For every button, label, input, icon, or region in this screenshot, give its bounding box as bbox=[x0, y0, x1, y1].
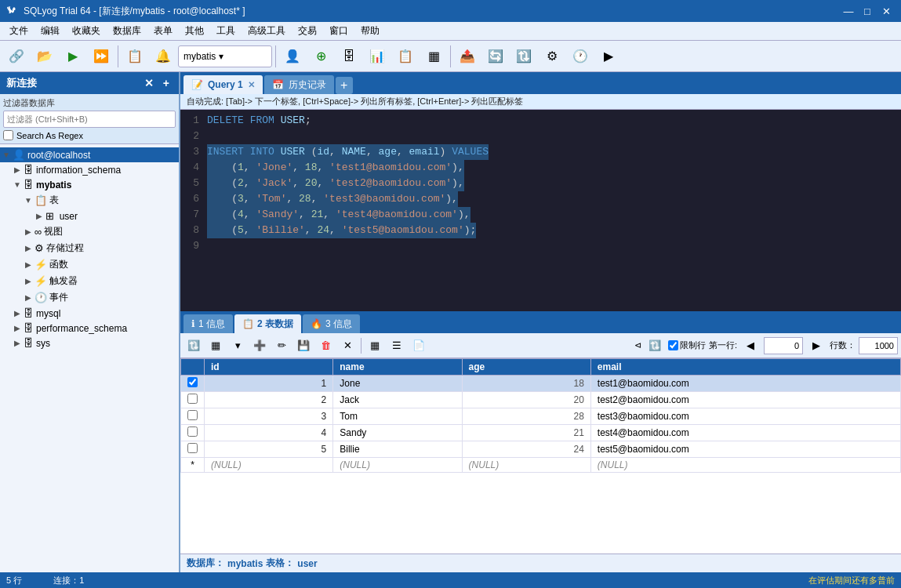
menu-items: 文件编辑收藏夹数据库表单其他工具高级工具交易窗口帮助 bbox=[3, 23, 386, 39]
table-row[interactable]: 3Tom28test3@baomidou.com bbox=[181, 408, 901, 425]
menu-item-交易[interactable]: 交易 bbox=[292, 23, 323, 39]
tree-label-triggers: 触发器 bbox=[49, 274, 78, 288]
rtb-filter-refresh-btn[interactable]: 🔃 bbox=[645, 336, 665, 355]
qtab-close-btn[interactable]: ✕ bbox=[248, 80, 255, 90]
next-page-btn[interactable]: ▶ bbox=[806, 336, 827, 355]
regex-checkbox-input[interactable] bbox=[3, 130, 13, 140]
toolbar-refresh[interactable]: 🔃 bbox=[510, 44, 537, 69]
sidebar-add-btn[interactable]: + bbox=[160, 75, 173, 91]
toolbar-grid[interactable]: ▦ bbox=[420, 44, 447, 69]
tree-node-funcs[interactable]: ▶⚡函数 bbox=[0, 256, 179, 273]
row-checkbox[interactable] bbox=[187, 426, 198, 437]
rtb-table-view-btn[interactable]: ▦ bbox=[365, 336, 385, 355]
menu-item-数据库[interactable]: 数据库 bbox=[107, 23, 147, 39]
tree-node-triggers[interactable]: ▶⚡触发器 bbox=[0, 273, 179, 289]
menu-item-文件[interactable]: 文件 bbox=[3, 23, 35, 39]
tree-node-perfschema[interactable]: ▶🗄performance_schema bbox=[0, 321, 179, 336]
rtb-limit-checkbox[interactable]: 限制行 bbox=[668, 339, 706, 351]
toolbar-run-all[interactable]: ⏩ bbox=[88, 44, 114, 69]
rtb-delete-btn[interactable]: 🗑 bbox=[315, 336, 336, 355]
table-row[interactable]: 1Jone18test1@baomidou.com bbox=[181, 376, 901, 392]
query-tab-1[interactable]: 📝 Query 1 ✕ bbox=[183, 75, 263, 94]
menu-item-编辑[interactable]: 编辑 bbox=[35, 23, 66, 39]
data-table-container: id name age email 1Jone18test1@baomidou.… bbox=[180, 358, 901, 554]
tree-node-root[interactable]: ▼👤root@localhost bbox=[0, 147, 179, 162]
history-tab[interactable]: 📅 历史记录 bbox=[264, 75, 334, 94]
row-name: Billie bbox=[333, 441, 462, 458]
menu-item-其他[interactable]: 其他 bbox=[179, 23, 210, 39]
tree-node-mybatis[interactable]: ▼🗄mybatis bbox=[0, 177, 179, 192]
header-name[interactable]: name bbox=[333, 359, 462, 376]
rtb-dropdown-btn[interactable]: ▾ bbox=[227, 336, 248, 355]
prev-page-btn[interactable]: ◀ bbox=[740, 336, 761, 355]
menu-item-高级工具[interactable]: 高级工具 bbox=[242, 23, 292, 39]
search-regex-checkbox[interactable]: Search As Regex bbox=[3, 130, 176, 140]
menu-item-表单[interactable]: 表单 bbox=[147, 23, 179, 39]
tree-node-views[interactable]: ▶∞视图 bbox=[0, 223, 179, 240]
rtb-cancel-btn[interactable]: ✕ bbox=[337, 336, 358, 355]
toolbar-new-connection[interactable]: 🔗 bbox=[3, 44, 30, 69]
limit-checkbox-input[interactable] bbox=[668, 340, 678, 350]
result-tab-info3[interactable]: 🔥 3 信息 bbox=[303, 314, 360, 333]
menu-item-工具[interactable]: 工具 bbox=[210, 23, 242, 39]
toolbar-history[interactable]: 🕐 bbox=[567, 44, 594, 69]
close-button[interactable]: ✕ bbox=[877, 3, 895, 19]
tree-expand-mybatis: ▼ bbox=[11, 180, 24, 189]
toolbar-right-arrow[interactable]: ▶ bbox=[595, 44, 622, 69]
toolbar-user[interactable]: 👤 bbox=[279, 44, 306, 69]
toolbar-import[interactable]: 🔄 bbox=[482, 44, 509, 69]
table-row[interactable]: 2Jack20test2@baomidou.com bbox=[181, 392, 901, 408]
sidebar-close-btn[interactable]: ✕ bbox=[141, 75, 157, 91]
tree-node-sys[interactable]: ▶🗄sys bbox=[0, 336, 179, 350]
toolbar-db-copy[interactable]: 🗄 bbox=[336, 44, 362, 69]
tree-node-mysql[interactable]: ▶🗄mysql bbox=[0, 306, 179, 321]
row-checkbox[interactable] bbox=[187, 410, 198, 420]
toolbar-table[interactable]: 📊 bbox=[364, 44, 391, 69]
toolbar-table2[interactable]: 📋 bbox=[392, 44, 419, 69]
row-count-input[interactable] bbox=[859, 337, 898, 354]
first-row-input[interactable] bbox=[764, 337, 803, 354]
window-title: SQLyog Trial 64 - [新连接/mybatis - root@lo… bbox=[24, 5, 840, 18]
header-age[interactable]: age bbox=[462, 359, 590, 376]
tree-node-infschema[interactable]: ▶🗄information_schema bbox=[0, 162, 179, 177]
toolbar-open[interactable]: 📂 bbox=[31, 44, 58, 69]
toolbar-export[interactable]: 📤 bbox=[454, 44, 481, 69]
table-row[interactable]: 5Billie24test5@baomidou.com bbox=[181, 441, 901, 458]
row-checkbox[interactable] bbox=[187, 377, 198, 387]
toolbar-sync[interactable]: ⚙ bbox=[539, 44, 565, 69]
tree-node-tables[interactable]: ▼📋表 bbox=[0, 192, 179, 209]
row-checkbox[interactable] bbox=[187, 394, 198, 404]
toolbar-run[interactable]: ▶ bbox=[60, 44, 86, 69]
row-checkbox[interactable] bbox=[187, 443, 198, 453]
header-email[interactable]: email bbox=[590, 359, 900, 376]
table-row[interactable]: 4Sandy21test4@baomidou.com bbox=[181, 425, 901, 441]
header-id[interactable]: id bbox=[205, 359, 333, 376]
menu-item-收藏夹[interactable]: 收藏夹 bbox=[66, 23, 107, 39]
null-email: (NULL) bbox=[590, 458, 900, 473]
row-email: test5@baomidou.com bbox=[590, 441, 900, 458]
tree-expand-views: ▶ bbox=[22, 227, 35, 236]
menu-item-帮助[interactable]: 帮助 bbox=[354, 23, 386, 39]
rtb-text-view-btn[interactable]: 📄 bbox=[409, 336, 429, 355]
tree-node-events[interactable]: ▶🕐事件 bbox=[0, 289, 179, 306]
toolbar-db-add[interactable]: ⊕ bbox=[307, 44, 334, 69]
menu-item-窗口[interactable]: 窗口 bbox=[323, 23, 354, 39]
result-tab-info1[interactable]: ℹ 1 信息 bbox=[183, 314, 233, 333]
rtb-edit-btn[interactable]: ✏ bbox=[271, 336, 292, 355]
rtb-list-view-btn[interactable]: ☰ bbox=[387, 336, 407, 355]
maximize-button[interactable]: □ bbox=[859, 3, 876, 19]
result-tab-tabledata[interactable]: 📋 2 表数据 bbox=[234, 314, 301, 333]
add-tab-btn[interactable]: + bbox=[336, 77, 353, 94]
filter-input[interactable] bbox=[3, 111, 176, 128]
rtb-refresh-btn[interactable]: 🔃 bbox=[183, 336, 204, 355]
rtb-grid-btn[interactable]: ▦ bbox=[205, 336, 226, 355]
tree-node-procs[interactable]: ▶⚙存储过程 bbox=[0, 240, 179, 256]
minimize-button[interactable]: — bbox=[840, 3, 857, 19]
rtb-add-btn[interactable]: ➕ bbox=[249, 336, 270, 355]
code-editor[interactable]: 1DELETE FROM USER;2 3INSERT INTO USER (i… bbox=[180, 110, 901, 311]
toolbar-alert[interactable]: 🔔 bbox=[150, 44, 176, 69]
tree-node-user[interactable]: ▶⊞ user bbox=[0, 209, 179, 223]
toolbar-db-dropdown[interactable]: mybatis ▾ bbox=[178, 45, 272, 67]
rtb-save-btn[interactable]: 💾 bbox=[293, 336, 314, 355]
toolbar-schema[interactable]: 📋 bbox=[122, 44, 148, 69]
